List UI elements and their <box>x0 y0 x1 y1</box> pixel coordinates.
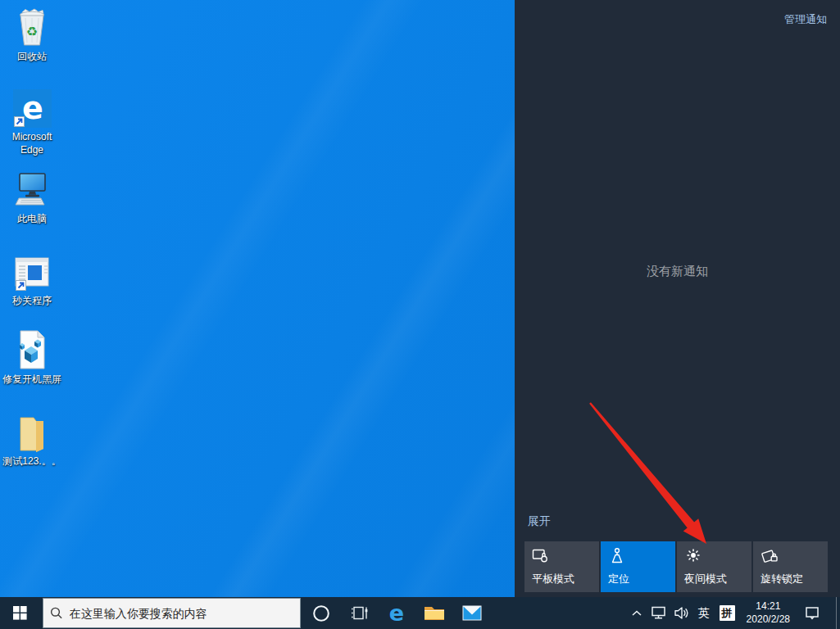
speaker-icon <box>674 606 689 620</box>
windows-logo-icon <box>13 606 27 620</box>
desktop-icon-label: 此电脑 <box>17 213 47 226</box>
desktop-icon-registry-file[interactable]: 修复开机黑屏 <box>0 328 64 387</box>
desktop-icon-app-shortcut[interactable]: 秒关程序 <box>0 249 64 308</box>
svg-text:e: e <box>22 90 43 126</box>
file-explorer-icon <box>424 604 445 622</box>
taskbar: e <box>0 597 840 629</box>
action-center-panel: 管理通知 没有新通知 展开 平板模式 <box>515 0 840 597</box>
ime-mode-button[interactable]: 拼 <box>715 597 740 629</box>
cortana-button[interactable] <box>302 597 340 629</box>
mail-icon <box>462 605 482 621</box>
clock-date: 2020/2/28 <box>747 613 790 627</box>
tile-label: 夜间模式 <box>684 572 727 586</box>
rotation-lock-icon <box>761 547 780 563</box>
show-desktop-button[interactable] <box>836 597 840 629</box>
ime-pinyin-badge: 拼 <box>720 605 735 621</box>
quick-action-rotation-lock[interactable]: 旋转锁定 <box>753 541 828 592</box>
language-indicator[interactable]: 英 <box>693 597 715 629</box>
quick-action-tablet-mode[interactable]: 平板模式 <box>524 541 599 592</box>
desktop-icon-label: 回收站 <box>17 51 47 64</box>
desktop-icon-this-pc[interactable]: 此电脑 <box>0 167 64 226</box>
folder-icon <box>14 410 50 452</box>
desktop-icon-label: 修复开机黑屏 <box>2 373 61 387</box>
app-window-icon <box>13 249 51 292</box>
recycle-bin-icon: ♻ <box>13 5 51 48</box>
edge-icon: e <box>13 85 52 128</box>
desktop-icon-label: Microsoft Edge <box>1 131 63 156</box>
edge-taskbar-button[interactable]: e <box>378 597 415 629</box>
tile-label: 旋转锁定 <box>761 572 803 586</box>
network-icon <box>650 606 668 620</box>
no-notifications-text: 没有新通知 <box>515 264 840 279</box>
file-explorer-button[interactable] <box>415 597 453 629</box>
clock[interactable]: 14:21 2020/2/28 <box>740 600 797 626</box>
chevron-up-icon <box>632 610 642 617</box>
task-view-button[interactable] <box>340 597 378 629</box>
svg-text:♻: ♻ <box>26 25 38 38</box>
taskbar-search-box[interactable] <box>43 598 301 628</box>
network-tray-button[interactable] <box>647 597 670 629</box>
tablet-mode-icon <box>532 547 550 563</box>
volume-tray-button[interactable] <box>670 597 693 629</box>
quick-actions-area: 展开 平板模式 <box>524 514 828 592</box>
quick-action-night-light[interactable]: 夜间模式 <box>677 541 751 592</box>
start-button[interactable] <box>0 597 39 629</box>
location-icon <box>608 547 626 563</box>
desktop-icon-label: 秒关程序 <box>12 295 52 308</box>
search-input[interactable] <box>70 607 293 620</box>
this-pc-icon <box>12 167 52 210</box>
quick-action-location[interactable]: 定位 <box>601 541 675 592</box>
desktop-icon-recycle-bin[interactable]: ♻ 回收站 <box>0 5 64 64</box>
night-light-icon <box>684 547 702 563</box>
system-tray: 英 拼 14:21 2020/2/28 <box>626 597 840 629</box>
mail-button[interactable] <box>453 597 491 629</box>
registry-file-icon <box>13 328 51 370</box>
tile-label: 定位 <box>608 572 629 586</box>
quick-action-tiles: 平板模式 定位 <box>524 541 828 592</box>
desktop-icon-folder[interactable]: 测试123.。。 <box>0 410 64 468</box>
search-icon <box>50 606 63 620</box>
windows-desktop-screen: ♻ 回收站 e Microsoft Edge <box>0 0 840 629</box>
clock-time: 14:21 <box>747 600 790 613</box>
action-center-button[interactable] <box>797 597 828 629</box>
expand-link[interactable]: 展开 <box>528 514 551 529</box>
desktop-icon-microsoft-edge[interactable]: e Microsoft Edge <box>0 85 64 156</box>
tray-overflow-button[interactable] <box>626 597 647 629</box>
manage-notifications-link[interactable]: 管理通知 <box>784 12 827 27</box>
cortana-icon <box>312 604 330 622</box>
edge-icon: e <box>389 602 404 624</box>
task-view-icon <box>351 605 368 621</box>
desktop-icon-label: 测试123.。。 <box>2 455 61 468</box>
tile-label: 平板模式 <box>532 572 574 586</box>
notification-icon <box>804 605 820 622</box>
